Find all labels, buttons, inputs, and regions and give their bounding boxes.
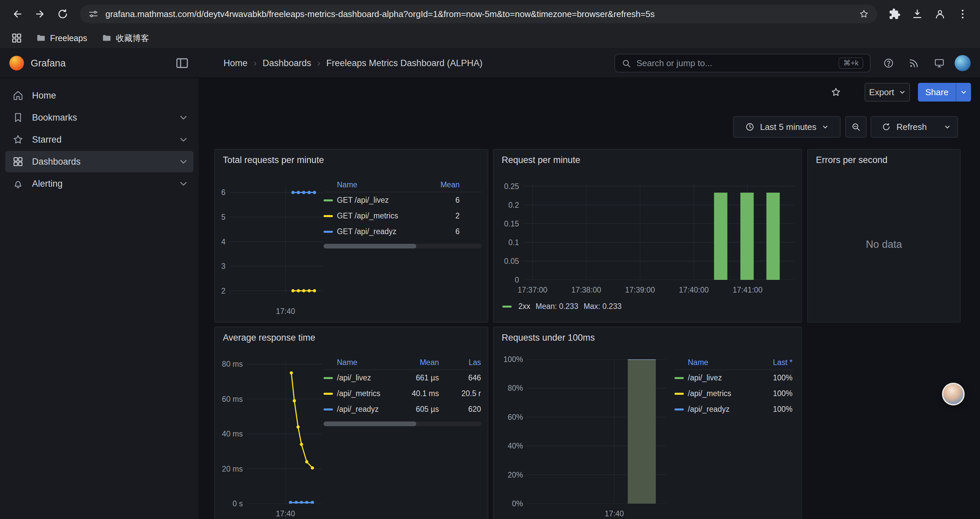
news-icon[interactable] [904, 53, 924, 73]
series-name[interactable]: /api/_livez [688, 374, 722, 382]
chevron-down-icon[interactable] [179, 179, 188, 188]
chart-plot[interactable] [523, 183, 795, 280]
scrollbar-thumb[interactable] [323, 244, 416, 249]
zoom-out-button[interactable] [845, 116, 867, 137]
legend-scrollbar[interactable] [323, 422, 482, 426]
series-name[interactable]: /api/_livez [337, 374, 371, 382]
x-axis-tick-label: 17:39:00 [625, 285, 655, 295]
x-axis-tick-label: 17:40:00 [679, 285, 709, 295]
legend-column-header[interactable]: Name [337, 358, 357, 367]
scrollbar-thumb[interactable] [323, 422, 416, 426]
bookmark-folder-freeleaps[interactable]: Freeleaps [32, 31, 91, 45]
series-name[interactable]: 2xx [519, 302, 530, 311]
monitor-icon[interactable] [929, 53, 949, 73]
grafana-logo[interactable] [10, 56, 24, 70]
sidebar-item-alerting[interactable]: Alerting [5, 173, 194, 194]
panel-title[interactable]: Request per minute [502, 155, 581, 165]
assistant-avatar[interactable] [942, 383, 965, 406]
series-name[interactable]: /api/_readyz [688, 405, 730, 414]
legend-row: 2xxMean: 0.233Max: 0.233 [502, 302, 621, 311]
chevron-down-icon[interactable] [179, 135, 188, 144]
panel-title[interactable]: Total requests per minute [223, 155, 324, 165]
clock-icon [745, 122, 754, 132]
url-bar[interactable]: grafana.mathmast.com/d/deytv4rwavabkb/fr… [80, 5, 877, 23]
series-name[interactable]: GET /api/_readyz [337, 227, 396, 236]
series-value: 20.5 r [461, 389, 481, 398]
folder-icon [102, 33, 112, 43]
legend-header: NameLast * [675, 355, 794, 370]
panel-total-requests: Total requests per minute6543217:40NameM… [214, 149, 488, 323]
breadcrumb-dashboards[interactable]: Dashboards [262, 58, 311, 69]
series-name[interactable]: /api/_metrics [337, 389, 380, 398]
refresh-button[interactable]: Refresh [870, 116, 938, 137]
sidebar-item-starred[interactable]: Starred [5, 129, 194, 150]
app-shell: HomeBookmarksStarredDashboardsAlerting E… [0, 78, 980, 519]
extensions-icon[interactable] [884, 3, 905, 25]
site-settings-icon[interactable] [88, 9, 99, 19]
zoom-out-icon [851, 122, 861, 132]
y-axis-tick-label: 0 [494, 275, 519, 284]
legend-column-header[interactable]: Last * [773, 358, 792, 367]
y-axis-tick-label: 3 [215, 262, 226, 271]
x-axis-tick-label: 17:40 [276, 307, 295, 316]
share-dropdown-icon[interactable] [956, 83, 971, 102]
y-axis-tick-label: 6 [215, 188, 226, 197]
url-text[interactable]: grafana.mathmast.com/d/deytv4rwavabkb/fr… [105, 9, 853, 19]
legend-table: NameLast */api/_livez100%/api/_metrics10… [675, 355, 794, 417]
help-icon[interactable] [878, 53, 899, 73]
legend-column-header[interactable]: Mean [440, 180, 460, 189]
apps-grid-icon[interactable] [8, 29, 25, 47]
legend-header: NameMeanLas [323, 355, 482, 370]
reload-button[interactable] [52, 3, 73, 25]
panel-title[interactable]: Average response time [223, 333, 315, 343]
profile-avatar[interactable] [929, 3, 951, 25]
series-name[interactable]: GET /api/_livez [337, 196, 389, 205]
series-stat: Mean: 0.233 [536, 302, 578, 311]
grafana-topnav: Grafana Home › Dashboards › Freeleaps Me… [0, 49, 980, 78]
refresh-interval-dropdown[interactable] [937, 116, 958, 137]
series-name[interactable]: /api/_metrics [688, 389, 731, 398]
sidebar-item-home[interactable]: Home [5, 85, 194, 106]
legend-column-header[interactable]: Name [688, 358, 708, 367]
share-button[interactable]: Share [918, 83, 971, 102]
legend-scrollbar[interactable] [323, 244, 482, 249]
y-axis-tick-label: 0.15 [494, 219, 519, 228]
favorite-star-icon[interactable] [827, 83, 845, 101]
sidebar-item-bookmarks[interactable]: Bookmarks [5, 107, 194, 128]
time-range-picker[interactable]: Last 5 minutes [733, 116, 841, 137]
panel-title[interactable]: Requests under 100ms [502, 333, 595, 343]
series-name[interactable]: GET /api/_metrics [337, 211, 398, 220]
search-input[interactable]: Search or jump to... ⌘+k [614, 54, 870, 72]
export-button[interactable]: Export [865, 83, 910, 102]
downloads-icon[interactable] [907, 3, 928, 25]
bookmark-star-icon[interactable] [859, 9, 869, 19]
back-button[interactable] [7, 3, 28, 25]
y-axis-tick-label: 2 [215, 286, 226, 295]
chart-plot[interactable] [229, 186, 323, 293]
forward-button[interactable] [29, 3, 51, 25]
chart-plot[interactable] [527, 359, 667, 504]
panel-request-per-minute: Request per minute0.250.20.150.10.05017:… [493, 149, 802, 323]
series-color-swatch [675, 393, 684, 395]
series-name[interactable]: /api/_readyz [337, 405, 379, 414]
chevron-down-icon[interactable] [179, 157, 188, 166]
series-value: 646 [468, 374, 481, 382]
legend-column-header[interactable]: Name [337, 180, 357, 189]
series-color-swatch [323, 215, 333, 217]
sidebar-item-dashboards[interactable]: Dashboards [5, 151, 194, 172]
chevron-down-icon[interactable] [179, 113, 188, 122]
browser-menu-icon[interactable] [952, 3, 973, 25]
share-label[interactable]: Share [918, 83, 956, 102]
y-axis-tick-label: 20% [494, 470, 523, 480]
legend-column-header[interactable]: Las [469, 358, 481, 367]
user-avatar[interactable] [955, 55, 970, 71]
dock-sidebar-icon[interactable] [175, 56, 189, 70]
chart-plot[interactable] [247, 361, 322, 504]
legend-column-header[interactable]: Mean [420, 358, 439, 367]
breadcrumb-home[interactable]: Home [223, 58, 248, 69]
series-color-swatch [323, 200, 333, 201]
chevron-down-icon [944, 124, 951, 130]
y-axis-tick-label: 80 ms [215, 359, 243, 369]
bookmark-folder-blogs[interactable]: 收藏博客 [98, 31, 153, 46]
y-axis-tick-label: 5 [215, 212, 226, 222]
